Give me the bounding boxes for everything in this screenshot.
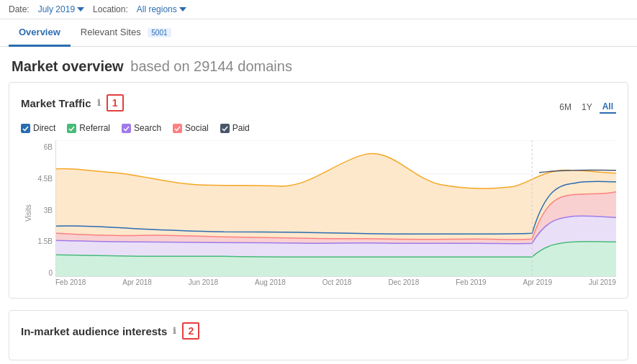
in-market-info-icon[interactable]: ℹ <box>173 326 176 336</box>
legend-checkbox-paid <box>220 124 230 133</box>
legend-label-search: Search <box>134 123 161 133</box>
time-controls: 6M 1Y All <box>556 101 616 114</box>
legend-checkbox-referral <box>67 124 76 133</box>
chart-with-yaxis: 0 1.5B 3B 4.5B 6B <box>35 140 616 277</box>
tab-bar: Overview Relevant Sites 5001 <box>0 19 637 47</box>
legend-checkbox-direct <box>21 124 30 133</box>
market-traffic-card: Market Traffic ℹ 1 6M 1Y All Direct Refe… <box>9 82 628 299</box>
legend-label-direct: Direct <box>33 123 55 133</box>
x-axis: Feb 2018 Apr 2018 Jun 2018 Aug 2018 Oct … <box>35 278 616 286</box>
top-bar: Date: July 2019 Location: All regions <box>0 0 637 19</box>
tab-overview[interactable]: Overview <box>9 19 71 47</box>
badge-number-1: 1 <box>107 94 124 112</box>
badge-number-2: 2 <box>182 322 199 340</box>
chart-header: Market Traffic ℹ 1 6M 1Y All <box>21 94 616 120</box>
relevant-sites-badge: 5001 <box>148 28 171 37</box>
legend-label-referral: Referral <box>79 123 110 133</box>
legend-label-paid: Paid <box>232 123 250 133</box>
chart-legend: Direct Referral Search Social Paid <box>21 123 616 133</box>
date-value[interactable]: July 2019 <box>38 4 75 14</box>
legend-checkbox-search <box>122 124 131 133</box>
chart-body: Visits 0 1.5B 3B 4.5B 6B <box>21 140 616 286</box>
location-value[interactable]: All regions <box>137 4 177 14</box>
legend-label-social: Social <box>185 123 209 133</box>
time-btn-1y[interactable]: 1Y <box>579 101 595 113</box>
time-btn-all[interactable]: All <box>600 101 616 114</box>
date-label: Date: <box>9 4 30 14</box>
card-title-market-traffic: Market Traffic ℹ 1 <box>21 94 124 112</box>
chart-svg <box>55 140 616 277</box>
chevron-down-icon-2 <box>179 6 186 13</box>
info-icon[interactable]: ℹ <box>97 98 101 108</box>
chevron-down-icon <box>77 6 84 13</box>
legend-referral[interactable]: Referral <box>67 123 110 133</box>
page-subtitle: based on 29144 domains <box>130 58 292 74</box>
tab-relevant-sites[interactable]: Relevant Sites 5001 <box>71 19 181 47</box>
date-dropdown[interactable]: July 2019 <box>38 4 84 14</box>
in-market-card: In-market audience interests ℹ 2 <box>9 310 628 360</box>
time-btn-6m[interactable]: 6M <box>556 101 574 113</box>
chart-inner: 0 1.5B 3B 4.5B 6B <box>35 140 616 286</box>
legend-search[interactable]: Search <box>122 123 161 133</box>
legend-direct[interactable]: Direct <box>21 123 55 133</box>
in-market-label: In-market audience interests <box>21 325 167 337</box>
y-axis: 0 1.5B 3B 4.5B 6B <box>35 140 55 277</box>
legend-paid[interactable]: Paid <box>220 123 250 133</box>
location-dropdown[interactable]: All regions <box>137 4 186 14</box>
legend-checkbox-social <box>173 124 182 133</box>
y-axis-label: Visits <box>21 140 35 286</box>
page-header: Market overview based on 29144 domains <box>0 47 637 82</box>
legend-social[interactable]: Social <box>173 123 209 133</box>
page-title: Market overview <box>12 58 124 74</box>
in-market-title: In-market audience interests ℹ 2 <box>21 322 616 340</box>
location-label: Location: <box>93 4 128 14</box>
